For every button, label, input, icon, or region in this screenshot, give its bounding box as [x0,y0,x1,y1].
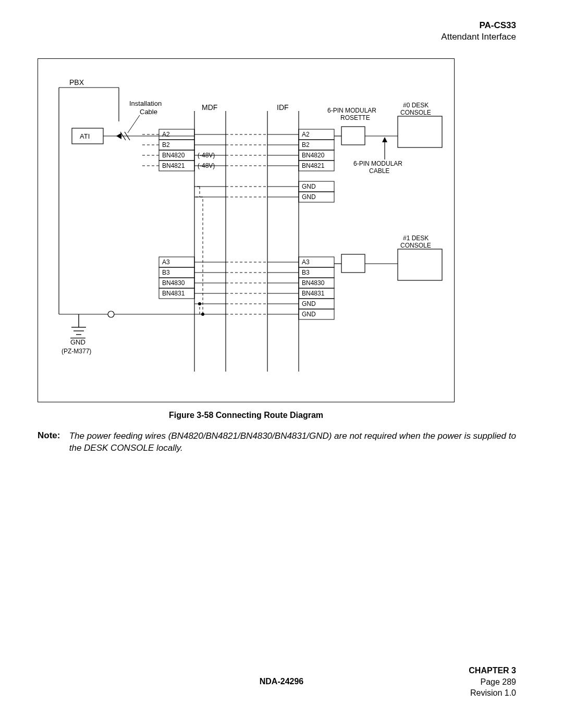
header-sub: Attendant Interface [441,31,516,43]
page: PA-CS33 Attendant Interface PBX [0,0,563,728]
gnd-label: GND [70,338,85,346]
modcable-label-2: CABLE [369,167,389,175]
b1-l0: A3 [162,258,170,266]
footer-chapter: CHAPTER 3 [469,665,516,676]
note-block: Note: The power feeding wires (BN4820/BN… [38,430,525,454]
b0-l1: B2 [162,141,170,149]
idf-label: IDF [277,103,289,112]
pbx-label: PBX [69,78,84,87]
install-cable-label-2: Cable [140,108,157,116]
b0-r2: BN4820 [302,152,325,159]
svg-point-85 [198,302,201,305]
b1-r2: BN4830 [302,279,325,287]
b0-l0: A2 [162,131,170,138]
b1-l3: BN4831 [162,290,185,297]
header-code: PA-CS33 [441,20,516,31]
figure-caption: Figure 3-58 Connecting Route Diagram [38,411,455,420]
b1-r1: B3 [302,269,310,276]
svg-point-86 [201,313,204,316]
console0-label-2: CONSOLE [400,109,431,116]
b0-g0: GND [302,183,316,190]
install-cable-label-1: Installation [129,100,162,107]
desk-console-0 [398,116,442,147]
footer-page: Page 289 [469,676,516,688]
page-header: PA-CS33 Attendant Interface [441,20,516,43]
svg-point-79 [108,311,114,317]
rosette-label-1: 6-PIN MODULAR [327,107,376,114]
console0-label-1: #0 DESK [403,102,429,109]
note-text: The power feeding wires (BN4820/BN4821/B… [69,430,523,454]
svg-line-11 [128,115,140,133]
ati-label: ATI [80,132,90,140]
pzm-label: (PZ-M377) [62,348,91,355]
b1-l1: B3 [162,269,170,276]
figure-frame: PBX ATI Installation Cable MDF IDF 6-PIN… [38,58,455,402]
b0-l2: BN4820 [162,152,185,159]
console1-label-2: CONSOLE [400,242,431,249]
b1-r3: BN4831 [302,290,325,297]
b0-r1: B2 [302,141,310,149]
mdf-label: MDF [202,103,217,112]
connecting-route-diagram: PBX ATI Installation Cable MDF IDF 6-PIN… [38,59,455,403]
rosette-label-2: ROSETTE [340,114,370,121]
svg-marker-14 [382,137,387,142]
b0-g1: GND [302,193,316,201]
rosette-0 [341,127,365,145]
b1-g0: GND [302,300,316,307]
b0-l3: BN4821 [162,162,185,169]
rosette-1 [341,254,365,273]
note-label: Note: [38,430,67,441]
b1-r0: A3 [302,258,310,266]
b0-r3: BN4821 [302,162,325,169]
b1-l2: BN4830 [162,279,185,287]
footer-right: CHAPTER 3 Page 289 Revision 1.0 [469,665,516,699]
modcable-label-1: 6-PIN MODULAR [353,160,402,167]
b1-g1: GND [302,311,316,318]
footer-rev: Revision 1.0 [469,687,516,699]
desk-console-1 [398,249,442,280]
console1-label-1: #1 DESK [403,235,429,242]
b0-r0: A2 [302,131,310,138]
